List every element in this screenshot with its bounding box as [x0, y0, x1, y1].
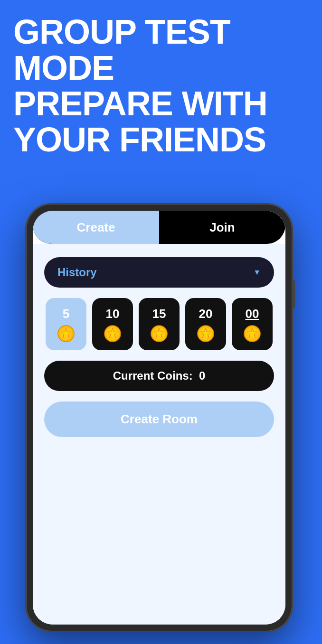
dropdown-arrow-icon: ▼ [253, 268, 261, 277]
hero-title: GROUP TEST MODE PREPARE WITH YOUR FRIEND… [13, 14, 309, 158]
coin-card-20[interactable]: 20 [185, 298, 226, 350]
create-room-label: Create Room [121, 412, 198, 427]
coins-value-text: 0 [199, 369, 205, 382]
coin-value-15: 15 [152, 307, 166, 321]
coins-label-text: Current Coins: [113, 369, 193, 382]
coin-value-10: 10 [106, 307, 120, 321]
coin-card-10[interactable]: 10 [92, 298, 133, 350]
current-coins-display: Current Coins: 0 [44, 361, 274, 391]
hero-title-line3: YOUR FRIENDS [13, 121, 266, 159]
coin-icon-15 [151, 325, 168, 342]
phone-mockup: Create Join History ▼ [26, 204, 308, 644]
coin-value-5: 5 [63, 307, 69, 321]
tab-join-label: Join [209, 220, 235, 235]
coin-options-row: 5 10 [44, 298, 274, 350]
coin-icon-5 [57, 325, 75, 342]
phone-frame: Create Join History ▼ [26, 204, 292, 631]
phone-screen: Create Join History ▼ [33, 211, 285, 625]
history-dropdown[interactable]: History ▼ [44, 257, 274, 288]
create-room-button[interactable]: Create Room [44, 401, 274, 437]
coin-value-00: 00 [246, 307, 259, 321]
coin-card-15[interactable]: 15 [139, 298, 180, 350]
coin-icon-00 [244, 325, 261, 342]
coin-card-00[interactable]: 00 [232, 298, 273, 350]
history-label: History [57, 266, 97, 279]
coin-icon-20 [197, 325, 214, 342]
coin-icon-10 [104, 325, 121, 342]
tab-join[interactable]: Join [159, 211, 285, 244]
coin-card-5[interactable]: 5 [46, 298, 86, 350]
current-coins-label: Current Coins: 0 [113, 369, 206, 383]
hero-title-line2: PREPARE WITH [13, 84, 267, 122]
content-area: History ▼ 5 [33, 244, 285, 625]
tab-bar: Create Join [33, 211, 285, 244]
hero-section: GROUP TEST MODE PREPARE WITH YOUR FRIEND… [13, 14, 309, 158]
hero-title-line1: GROUP TEST MODE [13, 13, 230, 87]
coin-value-20: 20 [199, 307, 213, 321]
tab-create-label: Create [77, 220, 115, 235]
tab-create[interactable]: Create [33, 211, 159, 244]
app-content: Create Join History ▼ [33, 211, 285, 625]
